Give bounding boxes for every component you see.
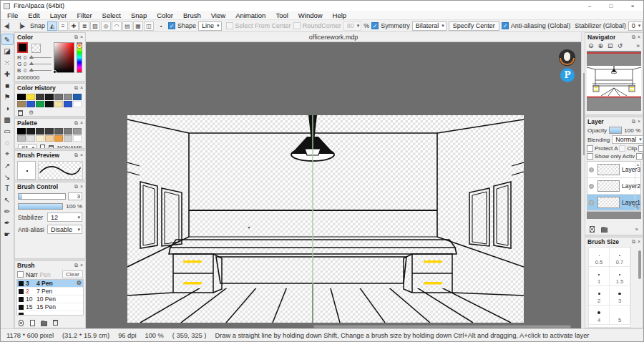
menu-item[interactable]: Help bbox=[328, 11, 352, 19]
float-panel-icon[interactable]: ⧉ bbox=[74, 184, 78, 190]
palette-swatch[interactable] bbox=[36, 135, 44, 142]
palette-swatch[interactable] bbox=[73, 128, 82, 135]
navigator-more-icon[interactable]: » bbox=[636, 42, 640, 49]
menu-item[interactable]: Window bbox=[293, 11, 328, 19]
brush-search-input[interactable]: Pen bbox=[40, 271, 60, 278]
palette-swatch[interactable] bbox=[36, 128, 44, 135]
g-slider[interactable] bbox=[29, 64, 52, 64]
close-panel-icon[interactable]: × bbox=[80, 263, 83, 268]
brush-size-cell[interactable]: 3 bbox=[610, 286, 630, 306]
tool-button[interactable]: ✏ bbox=[1, 205, 14, 217]
palette-swatch[interactable] bbox=[54, 128, 63, 135]
foreground-color-swatch[interactable] bbox=[17, 42, 28, 53]
tool-button[interactable]: ↗ bbox=[1, 160, 14, 171]
zoom-out-icon[interactable]: ⊖ bbox=[588, 42, 594, 49]
close-panel-icon[interactable]: × bbox=[638, 34, 640, 40]
brush-filter-checkbox[interactable] bbox=[17, 271, 24, 278]
color-swatch[interactable] bbox=[17, 94, 26, 100]
opacity-slider[interactable] bbox=[609, 127, 622, 134]
brush-list-item[interactable]: 10 10 Pen ⚙ bbox=[17, 295, 83, 303]
minimize-button[interactable]: – bbox=[579, 1, 600, 11]
brush-size-value[interactable]: 3 bbox=[68, 192, 82, 200]
tool-button[interactable]: ⁙ bbox=[1, 57, 14, 68]
firealpaca-badge[interactable] bbox=[559, 49, 575, 66]
tool-button[interactable]: ■ bbox=[1, 79, 14, 91]
reset-rotation-icon[interactable]: ↺ bbox=[618, 42, 623, 49]
tool-button[interactable]: ▩ bbox=[1, 114, 14, 125]
snap-mode-button[interactable]: ▦ bbox=[133, 21, 143, 31]
brush-size-cell[interactable]: 1.5 bbox=[610, 267, 630, 286]
snap-mode-button[interactable]: ▨ bbox=[90, 21, 100, 31]
antialias-select[interactable]: Disable▾ bbox=[47, 225, 82, 234]
re-checkbox[interactable] bbox=[636, 153, 643, 160]
clipping-checkbox[interactable] bbox=[619, 145, 625, 152]
menu-item[interactable]: Animation bbox=[230, 11, 270, 19]
specify-center-button[interactable]: Specify Center bbox=[449, 21, 499, 31]
canvas-workspace[interactable]: P bbox=[86, 42, 581, 328]
brush-list-item[interactable]: 3 4 Pen ⚙ bbox=[17, 280, 83, 288]
menu-item[interactable]: Snap bbox=[126, 11, 152, 19]
close-panel-icon[interactable]: × bbox=[80, 34, 83, 40]
palette-swatch[interactable] bbox=[64, 135, 72, 142]
close-panel-icon[interactable]: × bbox=[80, 85, 83, 91]
brush-size-slider[interactable] bbox=[18, 193, 66, 200]
close-panel-icon[interactable]: × bbox=[638, 239, 640, 245]
new-brush-icon[interactable] bbox=[30, 320, 35, 326]
duplicate-brush-icon[interactable] bbox=[19, 320, 24, 326]
color-swatch[interactable] bbox=[64, 101, 72, 107]
tool-button[interactable]: ☛ bbox=[1, 228, 14, 240]
new-folder-icon[interactable] bbox=[601, 228, 608, 233]
color-swatch[interactable] bbox=[26, 94, 35, 100]
tool-button[interactable]: ✚ bbox=[1, 68, 14, 79]
float-panel-icon[interactable]: ⧉ bbox=[74, 34, 78, 40]
tool-button[interactable]: T bbox=[1, 182, 14, 194]
shape-select[interactable]: Line▾ bbox=[198, 21, 222, 31]
color-swatch[interactable] bbox=[45, 94, 54, 100]
trash-icon[interactable] bbox=[49, 145, 54, 150]
menu-item[interactable]: Edit bbox=[23, 11, 44, 19]
color-swatch[interactable] bbox=[26, 101, 35, 107]
menu-item[interactable]: Brush bbox=[178, 11, 206, 19]
color-swatch[interactable] bbox=[54, 94, 63, 100]
trash-icon[interactable] bbox=[18, 110, 23, 116]
transparent-color-swatch[interactable] bbox=[31, 44, 41, 53]
layer-more-icon[interactable]: » bbox=[635, 226, 638, 233]
menu-item[interactable]: View bbox=[206, 11, 230, 19]
tool-button[interactable]: ◪ bbox=[1, 45, 14, 57]
float-panel-icon[interactable]: ⧉ bbox=[632, 34, 635, 40]
layer-list-item[interactable]: Layer3 ⚙ bbox=[587, 162, 640, 178]
menu-item[interactable]: Filter bbox=[72, 11, 97, 19]
snap-mode-button[interactable]: ≡ bbox=[58, 21, 68, 31]
palette-swatch[interactable] bbox=[17, 128, 26, 135]
select-from-center-checkbox[interactable] bbox=[226, 22, 233, 29]
menu-item[interactable]: Layer bbox=[45, 11, 72, 19]
tool-button[interactable]: ▭ bbox=[1, 125, 14, 137]
roundcorner-checkbox[interactable] bbox=[293, 22, 301, 29]
tool-button[interactable]: ✎ bbox=[1, 34, 14, 45]
palette-swatch[interactable] bbox=[45, 128, 54, 135]
zoom-in-icon[interactable]: ⊕ bbox=[598, 42, 604, 49]
close-panel-icon[interactable]: × bbox=[80, 184, 83, 190]
color-swatch[interactable] bbox=[36, 101, 44, 107]
brush-list-item[interactable]: 15 15 Pen ⚙ bbox=[17, 303, 83, 311]
menu-item[interactable]: Select bbox=[97, 11, 126, 19]
color-swatch[interactable] bbox=[54, 101, 63, 107]
pixiv-badge[interactable]: P bbox=[560, 68, 575, 82]
saturation-value-box[interactable] bbox=[54, 42, 74, 73]
symmetry-select[interactable]: Bilateral▾ bbox=[412, 21, 447, 31]
brush-size-cell[interactable]: 4 bbox=[589, 306, 610, 325]
delete-brush-icon[interactable] bbox=[53, 320, 58, 326]
gear-icon[interactable]: ⚙ bbox=[29, 110, 34, 116]
snap-mode-button[interactable]: ▤ bbox=[122, 21, 132, 31]
float-panel-icon[interactable]: ⧉ bbox=[74, 152, 78, 158]
layer-visibility-dot[interactable] bbox=[589, 184, 594, 189]
palette-swatch[interactable] bbox=[45, 135, 54, 142]
brush-size-cell[interactable]: 0.5 bbox=[589, 248, 610, 267]
float-panel-icon[interactable]: ⧉ bbox=[632, 239, 635, 245]
tool-button[interactable]: ⚑ bbox=[1, 91, 14, 102]
antialiasing-checkbox[interactable]: ✓ bbox=[502, 22, 509, 29]
tool-button[interactable]: ◑ bbox=[1, 102, 14, 114]
snap-dot-button[interactable]: • bbox=[156, 21, 166, 31]
color-swatch[interactable] bbox=[73, 94, 82, 100]
snap-mode-button[interactable]: ◫ bbox=[144, 21, 154, 31]
